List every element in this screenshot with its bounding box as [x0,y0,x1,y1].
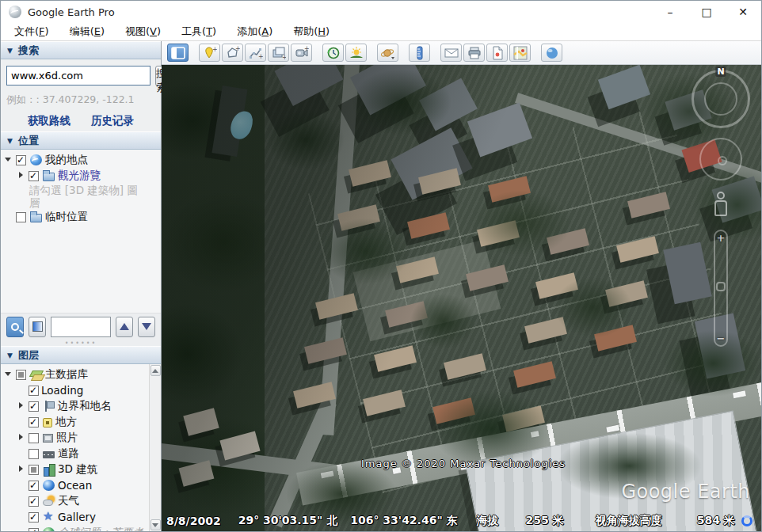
look-joystick[interactable] [704,82,737,116]
expand-icon[interactable] [17,171,26,180]
panel-splitter[interactable]: •••••• [1,340,161,346]
add-path-icon: + [249,46,263,60]
places-filter-input[interactable] [51,317,111,337]
record-tour-button[interactable]: + [291,44,312,62]
ocean-checkbox[interactable] [29,481,39,491]
email-button[interactable] [440,44,462,62]
compass-control[interactable]: N [692,70,750,128]
weather-checkbox[interactable] [29,496,39,507]
add-path-button[interactable]: + [245,44,266,62]
collapse-triangle-icon: ▼ [7,137,13,145]
sunlight-button[interactable] [345,44,367,62]
tree-item-global-awareness: 全球问题：芳要者 [1,525,149,531]
sidebar: ▼ 搜索 搜索 例如：: 37.407229, -122.1 获取路线 历史记录… [1,41,162,531]
add-image-overlay-button[interactable]: + [268,44,289,62]
places-layer-label[interactable]: 地方 [55,415,77,429]
ruler-button[interactable] [409,44,430,62]
temporary-places-checkbox[interactable] [16,212,26,222]
layers-scrollbar[interactable] [149,364,161,531]
map-viewport[interactable]: Image © 2020 Maxar Technologies Google E… [162,65,761,531]
places-layer-checkbox[interactable] [29,417,39,428]
borders-labels-checkbox[interactable] [29,401,39,412]
global-awareness-label[interactable]: 全球问题：芳要者 [58,526,143,531]
print-button[interactable] [463,44,485,62]
sidebar-toggle-icon [171,47,185,59]
svg-text:+: + [235,46,240,52]
menu-item-5[interactable]: 帮助(H) [283,23,340,40]
historical-imagery-button[interactable] [322,44,344,62]
global-awareness-checkbox[interactable] [29,528,39,532]
menu-item-2[interactable]: 视图(V) [115,23,171,40]
borders-labels-label[interactable]: 边界和地名 [58,399,112,413]
loading-checkbox[interactable] [29,386,39,396]
weather-label[interactable]: 天气 [58,494,79,508]
layers-icon [30,369,42,380]
primary-database-label[interactable]: 主数据库 [45,367,88,382]
photos-checkbox[interactable] [29,433,39,443]
history-link[interactable]: 历史记录 [91,114,134,128]
primary-database-checkbox[interactable] [16,370,26,380]
scroll-up-button[interactable] [150,365,161,376]
expand-icon[interactable] [17,401,26,411]
sightseeing-tour-label[interactable]: 觀光游覽 [58,169,101,183]
get-directions-link[interactable]: 获取路线 [28,114,70,128]
places-view-toggle-button[interactable] [29,317,46,337]
move-joystick[interactable] [699,138,742,180]
zoom-in-button[interactable]: + [717,232,726,244]
menu-item-4[interactable]: 添加(A) [227,23,283,40]
historical-imagery-icon [326,46,341,60]
tree-indent [17,449,26,458]
main-toolbar: +++++ [162,41,761,65]
search-input[interactable] [6,66,150,86]
imagery-date[interactable]: 8/8/2002 [166,515,221,527]
temporary-places-label[interactable]: 临时位置 [45,210,88,224]
menu-item-0[interactable]: 文件(F) [4,23,59,40]
zoom-slider[interactable]: + − [714,230,728,347]
gallery-checkbox[interactable] [29,512,39,522]
pegman-icon[interactable] [712,192,730,220]
sightseeing-tour-checkbox[interactable] [29,171,39,181]
maximize-button[interactable]: □ [688,1,725,23]
zoom-out-button[interactable]: − [717,332,726,344]
my-places-checkbox[interactable] [16,155,26,165]
places-panel-header[interactable]: ▼ 位置 [1,131,161,150]
imagery-copyright: Image © 2020 Maxar Technologies [361,458,566,469]
view-in-google-maps-button[interactable] [509,44,531,62]
road [268,398,337,527]
planets-button[interactable] [377,44,398,62]
menu-item-1[interactable]: 编辑(E) [59,23,115,40]
menu-item-3[interactable]: 工具(T) [171,23,227,40]
layers-panel-header[interactable]: ▼ 图层 [1,346,161,364]
my-places-label[interactable]: 我的地点 [45,153,88,167]
ocean-label[interactable]: Ocean [58,479,92,492]
loading-label[interactable]: Loading [41,384,83,397]
share-button[interactable] [541,44,562,62]
sunlight-icon [349,46,364,60]
photos-label[interactable]: 照片 [56,431,78,445]
expand-icon[interactable] [17,465,26,474]
gallery-label[interactable]: Gallery [58,511,96,523]
add-placemark-button[interactable]: + [199,44,220,62]
3d-buildings-checkbox[interactable] [29,465,39,475]
close-button[interactable]: ✕ [725,1,761,23]
expand-icon[interactable] [17,433,26,443]
add-polygon-button[interactable]: + [222,44,243,62]
save-image-button[interactable] [486,44,508,62]
3d-buildings-label[interactable]: 3D 建筑 [58,462,97,477]
google-earth-window: Google Earth Pro – □ ✕ 文件(F)编辑(E)视图(V)工具… [0,0,762,532]
minimize-button[interactable]: – [652,1,688,23]
north-indicator[interactable]: N [715,66,726,77]
zoom-slider-thumb[interactable] [716,282,726,291]
add-placemark-icon: + [203,46,217,60]
collapse-icon[interactable] [4,370,13,379]
roads-label[interactable]: 道路 [58,446,79,461]
next-result-button[interactable] [138,317,155,337]
search-panel-header[interactable]: ▼ 搜索 [1,41,161,59]
collapse-icon[interactable] [4,155,13,165]
view-in-google-maps-icon [513,46,528,60]
scroll-down-button[interactable] [150,519,161,530]
sidebar-toggle-button[interactable] [167,44,189,62]
roads-checkbox[interactable] [29,449,39,459]
search-places-button[interactable] [6,317,24,337]
previous-result-button[interactable] [116,317,133,337]
